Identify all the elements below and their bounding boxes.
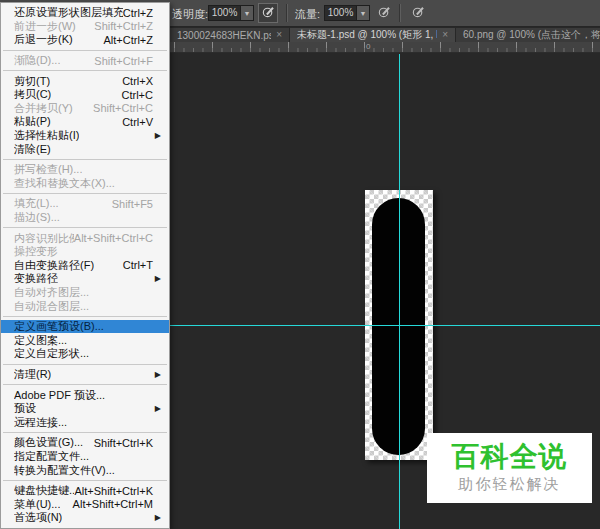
menu-item[interactable]: 远程连接... — [1, 415, 169, 429]
menu-item-shortcut: Alt+Shift+Ctrl+C — [74, 232, 163, 244]
menu-separator — [3, 316, 167, 317]
menu-item[interactable]: 定义图案... — [1, 333, 169, 347]
menu-item[interactable]: 首选项(N)▶ — [1, 511, 169, 525]
brush-pressure-size-toggle[interactable] — [408, 3, 428, 23]
flow-value-input[interactable]: 100% — [324, 5, 357, 21]
flow-label: 流量: — [295, 7, 320, 22]
menu-separator — [3, 70, 167, 71]
menu-item[interactable]: 指定配置文件... — [1, 450, 169, 464]
menu-item-label: 后退一步(K) — [14, 32, 73, 47]
menu-item-label: 远程连接... — [14, 415, 67, 430]
vertical-guide[interactable] — [399, 54, 400, 529]
opacity-dropdown-button[interactable]: ▼ — [241, 5, 254, 21]
menu-item: 自动混合图层... — [1, 299, 169, 313]
menu-item[interactable]: 键盘快捷键...Alt+Shift+Ctrl+K — [1, 484, 169, 498]
menu-separator — [3, 480, 167, 481]
menu-item: 操控变形 — [1, 245, 169, 259]
menu-item[interactable]: 自由变换路径(F)Ctrl+T — [1, 259, 169, 273]
submenu-arrow-icon: ▶ — [155, 404, 163, 413]
menu-item-shortcut: Ctrl+T — [123, 259, 163, 271]
ruler-zero-label: 0 — [366, 42, 370, 51]
menu-item-shortcut: Shift+Ctrl+C — [93, 102, 163, 114]
watermark: 百科全说 助你轻松解决 — [427, 433, 592, 503]
document-tab[interactable]: 未标题-1.psd @ 100% (矩形 1, RGB/...× — [290, 28, 456, 42]
menu-item-shortcut: Alt+Shift+Ctrl+M — [73, 498, 163, 510]
menu-item[interactable]: 选择性粘贴(I)▶ — [1, 129, 169, 143]
menu-item[interactable]: 定义画笔预设(B)... — [1, 320, 169, 334]
tab-close-icon[interactable]: × — [442, 30, 448, 40]
document-tab[interactable]: 60.png @ 100% (点击这个，将 选区转 — [456, 28, 600, 42]
opacity-label: 透明度: — [172, 7, 208, 22]
brush-pressure-icon — [261, 4, 276, 23]
menu-item-shortcut: Alt+Ctrl+Z — [103, 34, 163, 46]
tab-label: 1300024683HEKN.psd @ 3... — [177, 30, 271, 41]
menu-item-label: 描边(S)... — [14, 210, 60, 225]
menu-separator — [3, 384, 167, 385]
menu-separator — [3, 193, 167, 194]
menu-item: 前进一步(W)Shift+Ctrl+Z — [1, 20, 169, 34]
menu-item[interactable]: 清除(E) — [1, 142, 169, 156]
menu-item-label: 转换为配置文件(V)... — [14, 463, 115, 478]
opacity-pen-pressure-toggle[interactable] — [258, 3, 278, 23]
watermark-title: 百科全说 — [452, 442, 568, 472]
tab-label: 60.png @ 100% (点击这个，将 选区转 — [463, 28, 600, 42]
menu-item-shortcut: Ctrl+C — [122, 89, 163, 101]
toolbar-divider — [400, 4, 401, 22]
menu-item: 拼写检查(H)... — [1, 163, 169, 177]
menu-item-shortcut: Ctrl+V — [122, 116, 163, 128]
flow-dropdown-button[interactable]: ▼ — [357, 5, 370, 21]
tab-close-icon[interactable]: × — [276, 30, 282, 40]
airbrush-toggle[interactable] — [374, 3, 394, 23]
watermark-subtitle: 助你轻松解决 — [459, 475, 561, 494]
edit-menu: 还原设置形状图层填充(O)Ctrl+Z前进一步(W)Shift+Ctrl+Z后退… — [0, 2, 170, 529]
menu-separator — [3, 364, 167, 365]
menu-item-label: 查找和替换文本(X)... — [14, 176, 115, 191]
menu-item-label: 定义自定形状... — [14, 346, 89, 361]
menu-item-shortcut: Shift+Ctrl+K — [94, 437, 163, 449]
opacity-value-input[interactable]: 100% — [208, 5, 241, 21]
menu-separator — [3, 159, 167, 160]
menu-item[interactable]: 剪切(T)Ctrl+X — [1, 74, 169, 88]
menu-item-label: 渐隐(D)... — [14, 53, 60, 68]
menu-item[interactable]: 拷贝(C)Ctrl+C — [1, 88, 169, 102]
menu-item[interactable]: 颜色设置(G)...Shift+Ctrl+K — [1, 436, 169, 450]
submenu-arrow-icon: ▶ — [155, 131, 163, 140]
submenu-arrow-icon: ▶ — [155, 513, 163, 522]
menu-item[interactable]: 预设▶ — [1, 402, 169, 416]
tab-label: 未标题-1.psd @ 100% (矩形 1, RGB/... — [297, 28, 437, 42]
menu-item-label: 清理(R) — [14, 367, 51, 382]
menu-separator — [3, 227, 167, 228]
menu-separator — [3, 432, 167, 433]
menu-item-label: 清除(E) — [14, 142, 51, 157]
menu-item[interactable]: 菜单(U)...Alt+Shift+Ctrl+M — [1, 497, 169, 511]
menu-item-shortcut: Ctrl+Z — [123, 7, 163, 19]
menu-item[interactable]: 转换为配置文件(V)... — [1, 463, 169, 477]
menu-item: 查找和替换文本(X)... — [1, 177, 169, 191]
menu-item[interactable]: 还原设置形状图层填充(O)Ctrl+Z — [1, 6, 169, 20]
airbrush-icon — [377, 4, 392, 23]
menu-item[interactable]: 定义自定形状... — [1, 347, 169, 361]
brush-pressure-icon — [411, 4, 426, 23]
menu-item-shortcut: Shift+Ctrl+F — [94, 55, 163, 67]
menu-item[interactable]: 变换路径▶ — [1, 272, 169, 286]
submenu-arrow-icon: ▶ — [155, 274, 163, 283]
menu-item: 内容识别比例Alt+Shift+Ctrl+C — [1, 231, 169, 245]
menu-item[interactable]: 清理(R)▶ — [1, 368, 169, 382]
menu-separator — [3, 50, 167, 51]
menu-item: 描边(S)... — [1, 211, 169, 225]
menu-item-label: 自动混合图层... — [14, 299, 89, 314]
menu-item: 自动对齐图层... — [1, 286, 169, 300]
submenu-arrow-icon: ▶ — [155, 370, 163, 379]
menu-item: 合并拷贝(Y)Shift+Ctrl+C — [1, 102, 169, 116]
menu-item[interactable]: Adobe PDF 预设... — [1, 388, 169, 402]
menu-item-shortcut: Ctrl+X — [122, 75, 163, 87]
menu-item-label: 首选项(N) — [14, 510, 62, 525]
menu-item-shortcut: Shift+Ctrl+Z — [94, 20, 163, 32]
toolbar-divider — [287, 4, 288, 22]
document-tab[interactable]: 1300024683HEKN.psd @ 3...× — [170, 28, 290, 42]
menu-item: 填充(L)...Shift+F5 — [1, 197, 169, 211]
menu-item: 渐隐(D)...Shift+Ctrl+F — [1, 54, 169, 68]
menu-item[interactable]: 粘贴(P)Ctrl+V — [1, 115, 169, 129]
menu-item[interactable]: 后退一步(K)Alt+Ctrl+Z — [1, 33, 169, 47]
menu-item-shortcut: Alt+Shift+Ctrl+K — [74, 485, 163, 497]
